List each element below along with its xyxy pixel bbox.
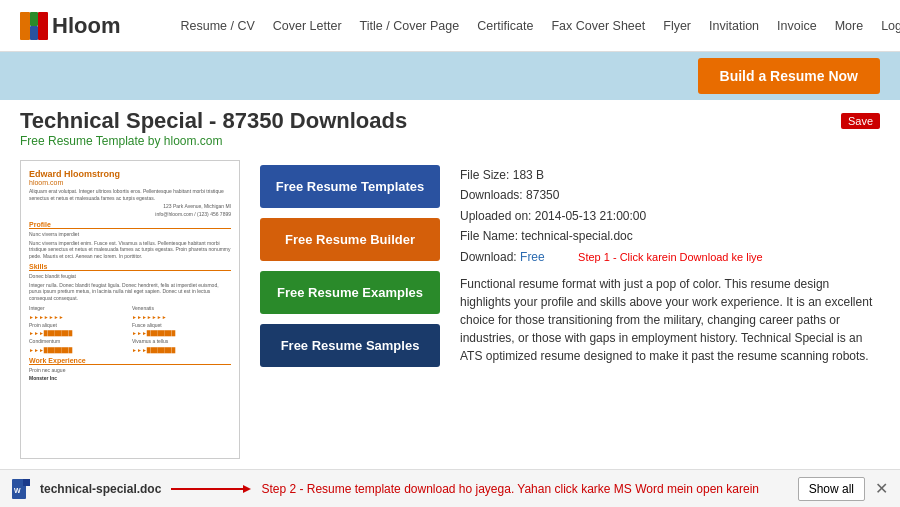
nav-login[interactable]: Login | Sign Up: [881, 19, 900, 33]
rp-company: hloom.com: [29, 179, 231, 186]
svg-marker-10: [243, 485, 251, 493]
rp-section-work: Work Experience Proin nec augue Monster …: [29, 357, 231, 382]
rp-skills-row: Integer ►►►►►►► Proin aliquet ►►►███████…: [29, 303, 231, 353]
logo-icon: [20, 12, 48, 40]
rp-profile-body: Nunc viverra imperdiet enim. Fusce est. …: [29, 240, 231, 260]
rp-section-profile: Profile Nunc viverra imperdiet Nunc vive…: [29, 221, 231, 259]
page-title-area: Technical Special - 87350 Downloads Save…: [0, 100, 900, 150]
rp-section-skills-title: Skills: [29, 263, 231, 271]
resume-preview: Edward Hloomstrong hloom.com Aliquam era…: [20, 160, 240, 459]
rp-work-company: Monster Inc: [29, 375, 231, 382]
rp-skills-content: Donec blandit feugiat: [29, 273, 231, 280]
rp-tagline: Aliquam erat volutpat. Integer ultrices …: [29, 188, 231, 201]
rp-contact1: 123 Park Avenue, Michigan MI: [29, 203, 231, 209]
header: Hloom Resume / CV Cover Letter Title / C…: [0, 0, 900, 52]
description-text: Functional resume format with just a pop…: [460, 275, 880, 365]
rp-section-work-title: Work Experience: [29, 357, 231, 365]
rp-name: Edward Hloomstrong: [29, 169, 231, 179]
nav-fax[interactable]: Fax Cover Sheet: [551, 19, 645, 33]
nav-resume-cv[interactable]: Resume / CV: [180, 19, 254, 33]
svg-rect-0: [20, 12, 30, 40]
downloads-value: 87350: [526, 188, 559, 202]
nav-title-cover[interactable]: Title / Cover Page: [360, 19, 460, 33]
logo-text: Hloom: [52, 13, 120, 39]
downloads-label: Downloads:: [460, 188, 523, 202]
banner: Build a Resume Now: [0, 52, 900, 100]
free-resume-examples-button[interactable]: Free Resume Examples: [260, 271, 440, 314]
svg-rect-2: [30, 26, 38, 40]
nav-certificate[interactable]: Certificate: [477, 19, 533, 33]
buttons-col: Free Resume Templates Free Resume Builde…: [260, 160, 440, 459]
show-all-button[interactable]: Show all: [798, 477, 865, 501]
svg-text:W: W: [14, 487, 21, 494]
rp-skills-body: Integer nulla. Donec blandit feugiat lig…: [29, 282, 231, 302]
nav-more[interactable]: More: [835, 19, 863, 33]
download-link[interactable]: Free: [520, 250, 545, 264]
free-resume-builder-button[interactable]: Free Resume Builder: [260, 218, 440, 261]
filename-value: technical-special.doc: [521, 229, 632, 243]
logo[interactable]: Hloom: [20, 12, 120, 40]
bottom-bar: W technical-special.doc Step 2 - Resume …: [0, 469, 900, 507]
step1-hint: Step 1 - Click karein Download ke liye: [578, 251, 763, 263]
nav-cover-letter[interactable]: Cover Letter: [273, 19, 342, 33]
nav-flyer[interactable]: Flyer: [663, 19, 691, 33]
page-title: Technical Special - 87350 Downloads: [20, 108, 407, 134]
nav-invitation[interactable]: Invitation: [709, 19, 759, 33]
svg-rect-3: [38, 12, 48, 40]
step2-hint: Step 2 - Resume template download ho jay…: [261, 482, 787, 496]
uploaded-value: 2014-05-13 21:00:00: [535, 209, 646, 223]
filename-label: File Name:: [460, 229, 518, 243]
bottom-filename: technical-special.doc: [40, 482, 161, 496]
file-size-value: 183 B: [513, 168, 544, 182]
rp-contact2: info@hloom.com / (123) 456 7899: [29, 211, 231, 217]
info-col: File Size: 183 B Downloads: 87350 Upload…: [460, 160, 880, 459]
nav-invoice[interactable]: Invoice: [777, 19, 817, 33]
svg-rect-1: [30, 12, 38, 26]
file-info: File Size: 183 B Downloads: 87350 Upload…: [460, 165, 880, 267]
free-resume-templates-button[interactable]: Free Resume Templates: [260, 165, 440, 208]
rp-section-skills: Skills Donec blandit feugiat Integer nul…: [29, 263, 231, 353]
rp-work-content: Proin nec augue: [29, 367, 231, 374]
build-resume-button[interactable]: Build a Resume Now: [698, 58, 880, 94]
svg-rect-7: [23, 479, 30, 486]
save-button[interactable]: Save: [841, 113, 880, 129]
download-label: Download:: [460, 250, 517, 264]
bottom-arrow-icon: [171, 482, 251, 496]
free-resume-samples-button[interactable]: Free Resume Samples: [260, 324, 440, 367]
page-subtitle: Free Resume Template by hloom.com: [20, 134, 880, 148]
file-size-label: File Size:: [460, 168, 509, 182]
rp-section-profile-title: Profile: [29, 221, 231, 229]
main-nav: Resume / CV Cover Letter Title / Cover P…: [180, 19, 900, 33]
rp-profile-content: Nunc viverra imperdiet: [29, 231, 231, 238]
uploaded-label: Uploaded on:: [460, 209, 531, 223]
word-doc-icon: W: [12, 479, 30, 499]
main-content: Edward Hloomstrong hloom.com Aliquam era…: [0, 150, 900, 469]
close-button[interactable]: ✕: [875, 479, 888, 498]
